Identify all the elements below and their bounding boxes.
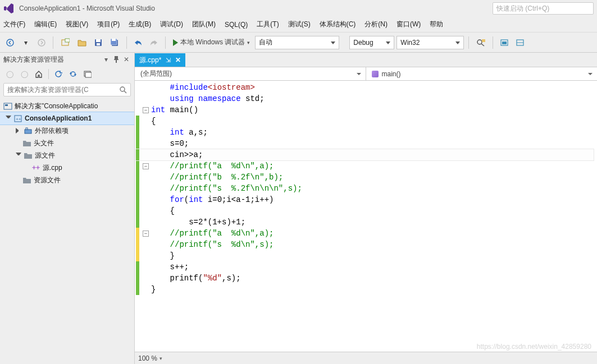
code-line[interactable]: printf("%d",s); [136, 273, 594, 284]
fold-toggle[interactable]: − [143, 231, 149, 237]
scope-left-combo[interactable]: (全局范围) [135, 67, 366, 80]
menu-item[interactable]: 工具(T) [257, 20, 279, 29]
code-line[interactable]: s=2*(1+s)+1; [136, 216, 594, 228]
svg-point-17 [120, 87, 125, 91]
sources-node[interactable]: 源文件 [0, 149, 134, 162]
collapse-all-icon[interactable] [83, 69, 93, 79]
menu-item[interactable]: 文件(F) [3, 20, 25, 29]
code-line[interactable]: //printf("s %d\n",s); [136, 239, 594, 250]
code-line[interactable]: #include<iostream> [136, 82, 594, 93]
fold-toggle[interactable]: − [143, 107, 149, 113]
svg-rect-11 [482, 39, 485, 42]
code-line[interactable]: for(int i=0;i<a-1;i++) [136, 194, 594, 205]
code-line[interactable]: } [136, 284, 594, 295]
menu-item[interactable]: 测试(S) [288, 20, 311, 29]
menu-item[interactable]: 窗口(W) [397, 20, 421, 29]
zoom-combo[interactable]: 100 % ▾ [138, 354, 162, 362]
headers-node[interactable]: 头文件 [0, 137, 134, 149]
scope-right-combo[interactable]: main() [366, 67, 598, 80]
quick-launch-placeholder: 快速启动 (Ctrl+Q) [496, 4, 549, 13]
pin-icon[interactable] [112, 55, 121, 64]
redo-button[interactable] [147, 35, 161, 50]
close-button[interactable]: ✕ [122, 55, 131, 64]
code-line[interactable]: { [136, 116, 594, 127]
editor-tab[interactable]: 源.cpp* ⇲ ✕ [135, 53, 185, 67]
config-value: Debug [353, 39, 373, 47]
change-marker [136, 149, 139, 160]
code-line[interactable]: int a,s; [136, 127, 594, 138]
ext-deps-node[interactable]: 外部依赖项 [0, 125, 134, 137]
code-line[interactable]: − //printf("a %d\n",a); [136, 228, 594, 239]
chevron-down-icon: ▾ [247, 40, 250, 45]
save-button[interactable] [92, 35, 105, 50]
code-line[interactable]: { [136, 205, 594, 216]
home-icon[interactable] [34, 69, 44, 79]
code-line[interactable]: s=0; [136, 138, 594, 149]
menu-item[interactable]: 分析(N) [364, 20, 388, 29]
menu-item[interactable]: 调试(D) [160, 20, 183, 29]
code-line[interactable]: using namespace std; [136, 93, 594, 104]
menu-item[interactable]: 编辑(E) [34, 20, 57, 29]
refresh-icon[interactable] [53, 69, 63, 79]
chevron-down-icon: ▾ [159, 356, 162, 361]
separator [493, 36, 493, 49]
project-node[interactable]: ++ ConsoleApplication1 [0, 112, 134, 125]
solution-label: 解决方案"ConsoleApplicatio [15, 102, 98, 111]
save-all-button[interactable] [107, 35, 122, 50]
vs-logo-icon [3, 3, 15, 14]
change-marker [136, 116, 139, 127]
extension2-button[interactable] [513, 35, 527, 50]
extension1-button[interactable] [498, 35, 511, 50]
nav-back-button[interactable] [3, 35, 17, 50]
svg-point-0 [7, 39, 13, 46]
code-line[interactable]: //printf("b %.2f\n",b); [136, 172, 594, 183]
new-project-button[interactable] [58, 35, 72, 50]
method-icon [372, 71, 379, 77]
svg-rect-3 [65, 39, 70, 42]
scope-bar: (全局范围) main() [135, 67, 597, 81]
config-combo[interactable]: Debug [349, 36, 394, 49]
code-line[interactable]: } [136, 250, 594, 261]
panel-menu-button[interactable]: ▾ [102, 55, 111, 64]
nav-dropdown-icon[interactable]: ▾ [19, 35, 33, 50]
sync-icon[interactable] [68, 69, 78, 79]
nav-forward-button[interactable] [35, 35, 48, 50]
launch-mode-combo[interactable]: 自动 [255, 36, 339, 49]
start-debug-button[interactable]: 本地 Windows 调试器 ▾ [170, 35, 253, 50]
expand-icon[interactable] [6, 116, 11, 121]
code-area[interactable]: #include<iostream> using namespace std;−… [135, 81, 597, 352]
menu-item[interactable]: 体系结构(C) [320, 20, 356, 29]
change-marker [136, 205, 139, 216]
menu-item[interactable]: 帮助 [430, 20, 443, 29]
svg-text:++: ++ [16, 117, 21, 122]
forward-icon[interactable]: ◯ [19, 69, 29, 79]
solution-search-input[interactable] [4, 86, 130, 94]
platform-combo[interactable]: Win32 [397, 36, 464, 49]
resources-node[interactable]: 资源文件 [0, 174, 134, 186]
code-line[interactable]: − //printf("a %d\n",a); [136, 160, 594, 172]
code-line[interactable]: s++; [136, 261, 594, 273]
code-line[interactable]: //printf("s %.2f\n\n\n",s); [136, 183, 594, 194]
open-button[interactable] [75, 35, 89, 50]
source-file-node[interactable]: ++ 源.cpp [0, 162, 134, 174]
menu-item[interactable]: 生成(B) [129, 20, 151, 29]
menu-item[interactable]: 视图(V) [66, 20, 88, 29]
expand-icon[interactable] [16, 153, 21, 158]
solution-search[interactable] [3, 83, 131, 96]
find-button[interactable] [473, 35, 488, 50]
close-tab-button[interactable]: ✕ [175, 56, 181, 64]
solution-node[interactable]: 解决方案"ConsoleApplicatio [0, 100, 134, 112]
code-line[interactable]: −int main() [136, 104, 594, 116]
expand-icon[interactable] [16, 128, 21, 133]
pin-icon[interactable]: ⇲ [166, 57, 171, 64]
solution-explorer-toolbar: ◯ ◯ [0, 66, 134, 82]
menu-item[interactable]: 项目(P) [97, 20, 120, 29]
svg-rect-6 [97, 43, 100, 45]
menu-item[interactable]: 团队(M) [192, 20, 216, 29]
code-line[interactable]: cin>>a; [136, 149, 594, 160]
fold-toggle[interactable]: − [143, 163, 149, 169]
undo-button[interactable] [131, 35, 145, 50]
quick-launch-input[interactable]: 快速启动 (Ctrl+Q) [493, 2, 594, 15]
back-icon[interactable]: ◯ [4, 69, 15, 79]
menu-item[interactable]: SQL(Q) [225, 21, 248, 29]
